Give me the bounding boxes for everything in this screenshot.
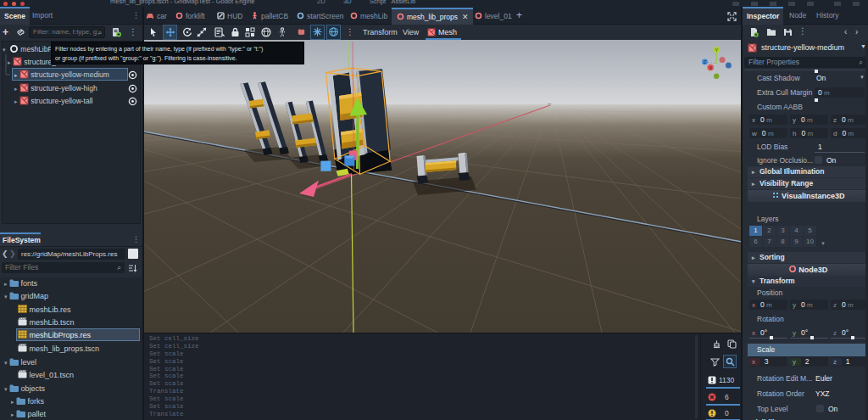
svg-text:Z: Z [704,59,707,64]
svg-text:Y: Y [715,48,718,53]
svg-text:X: X [709,65,712,70]
